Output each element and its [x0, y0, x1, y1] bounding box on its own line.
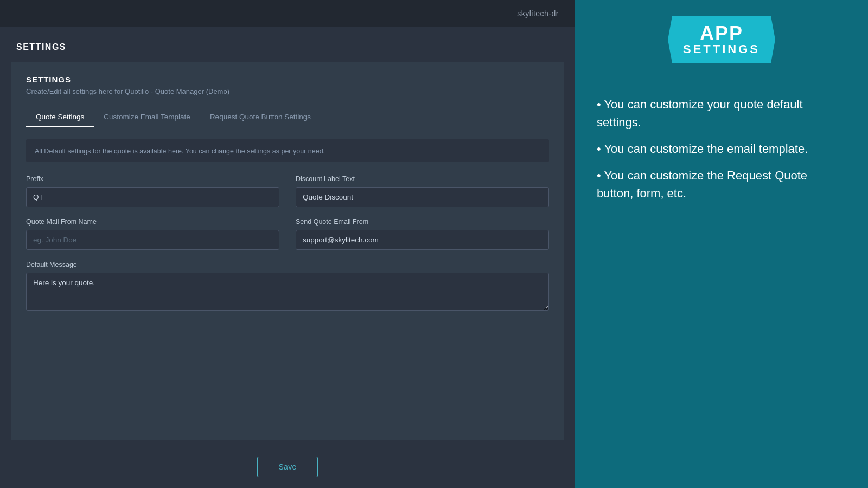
save-area: Save — [0, 440, 575, 488]
tab-request-button[interactable]: Request Quote Button Settings — [200, 107, 321, 127]
app-logo-area: APP SETTINGS — [575, 0, 868, 79]
discount-label: Discount Label Text — [296, 175, 549, 183]
save-button[interactable]: Save — [257, 457, 317, 477]
app-name: skylitech-dr — [517, 9, 559, 18]
tab-email-template[interactable]: Customize Email Template — [94, 107, 200, 127]
settings-card-subtitle: Create/Edit all settings here for Quotil… — [26, 87, 549, 95]
mail-from-name-input[interactable] — [26, 230, 279, 250]
app-logo: APP SETTINGS — [668, 16, 775, 63]
bullet-1: You can customize your quote default set… — [597, 95, 846, 131]
prefix-group: Prefix — [26, 175, 279, 207]
right-bullets: You can customize your quote default set… — [575, 79, 868, 219]
logo-main: APP SETTINGS — [668, 16, 775, 63]
main-panel: skylitech-dr SETTINGS SETTINGS Create/Ed… — [0, 0, 575, 488]
send-email-from-group: Send Quote Email From — [296, 218, 549, 250]
top-bar: skylitech-dr — [0, 0, 575, 27]
page-header: SETTINGS — [0, 27, 575, 62]
info-text: All Default settings for the quote is av… — [35, 147, 325, 155]
content-card: SETTINGS Create/Edit all settings here f… — [11, 62, 564, 440]
tab-quote-settings[interactable]: Quote Settings — [26, 107, 94, 127]
bullet-2: You can customize the email template. — [597, 140, 846, 158]
settings-card-title: SETTINGS — [26, 75, 549, 84]
tabs-container: Quote Settings Customize Email Template … — [26, 107, 549, 127]
discount-group: Discount Label Text — [296, 175, 549, 207]
form-row-1: Prefix Discount Label Text — [26, 175, 549, 207]
default-message-label: Default Message — [26, 261, 549, 268]
right-panel: APP SETTINGS You can customize your quot… — [575, 0, 868, 488]
default-message-group: Default Message — [26, 261, 549, 311]
page-title: SETTINGS — [16, 42, 559, 52]
default-message-textarea[interactable] — [26, 273, 549, 311]
mail-from-name-label: Quote Mail From Name — [26, 218, 279, 226]
mail-from-name-group: Quote Mail From Name — [26, 218, 279, 250]
discount-input[interactable] — [296, 187, 549, 207]
prefix-label: Prefix — [26, 175, 279, 183]
send-email-from-input[interactable] — [296, 230, 549, 250]
prefix-input[interactable] — [26, 187, 279, 207]
form-row-3: Default Message — [26, 261, 549, 311]
logo-settings-text: SETTINGS — [683, 43, 760, 55]
logo-app-text: APP — [700, 24, 743, 43]
send-email-from-label: Send Quote Email From — [296, 218, 549, 226]
form-row-2: Quote Mail From Name Send Quote Email Fr… — [26, 218, 549, 250]
info-box: All Default settings for the quote is av… — [26, 139, 549, 162]
bullet-3: You can customize the Request Quote butt… — [597, 166, 846, 202]
